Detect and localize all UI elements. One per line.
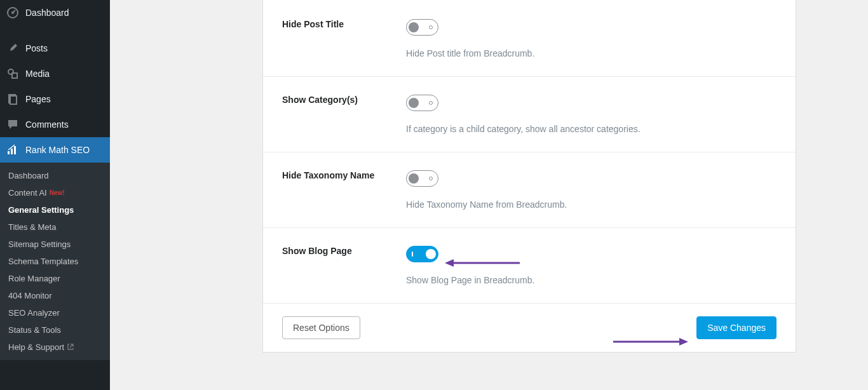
sidebar-subitem-label: General Settings	[8, 205, 74, 215]
comments-icon	[6, 118, 19, 131]
pin-icon	[6, 42, 19, 55]
setting-desc: Hide Post title from Breadcrumb.	[406, 48, 776, 58]
toggle-show-category[interactable]	[406, 95, 438, 111]
sidebar-subitem-label: SEO Analyzer	[8, 308, 60, 318]
sidebar-subitem-help[interactable]: Help & Support	[0, 339, 110, 356]
sidebar-subitem-label: Dashboard	[8, 171, 49, 180]
sidebar-item-pages[interactable]: Pages	[0, 86, 110, 112]
sidebar-subitem-404[interactable]: 404 Monitor	[0, 287, 110, 304]
sidebar-item-posts[interactable]: Posts	[0, 36, 110, 61]
toggle-hide-post-title[interactable]	[406, 19, 438, 36]
setting-row-show-category: Show Category(s) If category is a child …	[263, 76, 796, 152]
setting-desc: If category is a child category, show al…	[406, 124, 776, 134]
svg-rect-7	[11, 149, 13, 154]
sidebar-subitem-label: Schema Templates	[8, 257, 78, 266]
save-button[interactable]: Save Changes	[696, 316, 776, 339]
sidebar-subitem-status-tools[interactable]: Status & Tools	[0, 321, 110, 339]
setting-label: Show Blog Page	[282, 246, 406, 256]
sidebar-item-label: Posts	[25, 43, 48, 53]
toggle-hide-taxonomy[interactable]	[406, 170, 438, 187]
reset-button[interactable]: Reset Options	[282, 316, 360, 339]
sidebar-subitem-general-settings[interactable]: General Settings	[0, 201, 110, 219]
setting-desc: Hide Taxonomy Name from Breadcrumb.	[406, 199, 776, 210]
setting-label: Hide Post Title	[282, 19, 406, 29]
sidebar-submenu: Dashboard Content AI New! General Settin…	[0, 163, 110, 360]
sidebar-item-label: Comments	[25, 119, 69, 130]
sidebar-subitem-seo-analyzer[interactable]: SEO Analyzer	[0, 304, 110, 321]
sidebar-item-label: Dashboard	[25, 8, 69, 18]
sidebar-item-dashboard[interactable]: Dashboard	[0, 0, 110, 25]
sidebar-item-rankmath[interactable]: Rank Math SEO	[0, 137, 110, 163]
sidebar-subitem-dashboard[interactable]: Dashboard	[0, 167, 110, 184]
sidebar-subitem-label: Sitemap Settings	[8, 239, 71, 249]
sidebar-subitem-label: Content AI	[8, 188, 47, 198]
sidebar-subitem-label: Titles & Meta	[8, 222, 56, 232]
setting-row-show-blog-page: Show Blog Page Show Blog Page in Breadcr…	[263, 227, 796, 303]
settings-panel: Hide Post Title Hide Post title from Bre…	[262, 0, 796, 353]
sidebar-subitem-schema[interactable]: Schema Templates	[0, 253, 110, 270]
svg-rect-6	[8, 151, 10, 154]
setting-row-hide-post-title: Hide Post Title Hide Post title from Bre…	[263, 0, 796, 76]
setting-label: Hide Taxonomy Name	[282, 170, 406, 180]
rankmath-icon	[6, 144, 19, 156]
sidebar-subitem-label: 404 Monitor	[8, 291, 52, 300]
main-content: Hide Post Title Hide Post title from Bre…	[110, 0, 868, 390]
sidebar-subitem-role[interactable]: Role Manager	[0, 270, 110, 287]
setting-label: Show Category(s)	[282, 95, 406, 105]
sidebar-subitem-label: Role Manager	[8, 274, 60, 283]
svg-rect-8	[14, 146, 16, 154]
sidebar-item-comments[interactable]: Comments	[0, 112, 110, 137]
toggle-show-blog-page[interactable]	[406, 246, 438, 262]
admin-sidebar: Dashboard Posts Media Pages Comments Ran…	[0, 0, 110, 390]
setting-row-hide-taxonomy: Hide Taxonomy Name Hide Taxonomy Name fr…	[263, 152, 796, 227]
sidebar-subitem-sitemap[interactable]: Sitemap Settings	[0, 236, 110, 253]
sidebar-subitem-contentai[interactable]: Content AI New!	[0, 184, 110, 201]
sidebar-item-label: Media	[25, 69, 50, 79]
sidebar-subitem-label: Help & Support	[8, 342, 64, 352]
sidebar-item-label: Rank Math SEO	[25, 145, 90, 155]
media-icon	[6, 67, 19, 80]
sidebar-item-media[interactable]: Media	[0, 61, 110, 86]
new-badge: New!	[50, 189, 65, 196]
svg-rect-5	[10, 96, 17, 104]
pages-icon	[6, 93, 19, 105]
external-link-icon	[67, 342, 74, 352]
dashboard-icon	[6, 6, 19, 19]
sidebar-item-label: Pages	[25, 94, 51, 104]
setting-desc: Show Blog Page in Breadcrumb.	[406, 275, 776, 285]
sidebar-subitem-titles-meta[interactable]: Titles & Meta	[0, 219, 110, 236]
sidebar-subitem-label: Status & Tools	[8, 325, 61, 335]
button-bar: Reset Options Save Changes	[263, 303, 796, 352]
svg-point-1	[11, 11, 14, 14]
